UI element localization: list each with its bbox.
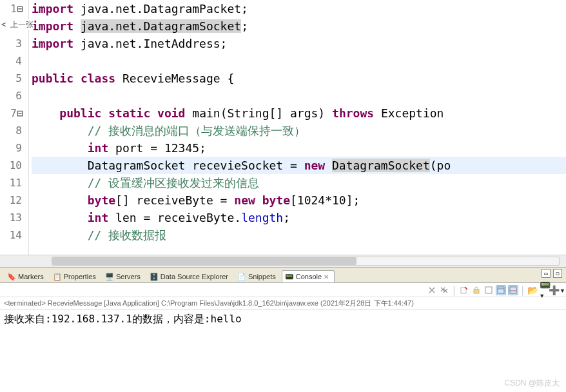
scroll-thumb[interactable] [52, 257, 356, 265]
svg-rect-3 [498, 287, 504, 293]
pin-console-icon[interactable] [483, 285, 494, 295]
keyword: class [81, 72, 115, 85]
tab-snippets[interactable]: 📄Snippets [234, 270, 282, 282]
remove-all-icon[interactable] [439, 285, 449, 295]
keyword: new [304, 159, 326, 172]
console-text: :hello [204, 313, 242, 325]
snippets-icon: 📄 [237, 272, 246, 281]
field: length [241, 211, 283, 224]
code-text: RecevieMessage { [115, 72, 234, 85]
console-process-info: <terminated> RecevieMessage [Java Applic… [0, 297, 566, 309]
tab-label: Console [296, 273, 322, 280]
views-tab-bar: 🔖Markers 📋Properties 🖥️Servers 🗄️Data So… [0, 268, 566, 283]
selection: java.net.DatagramSocket [81, 19, 241, 33]
tab-properties[interactable]: 📋Properties [50, 270, 102, 282]
code-text: len = receiveByte. [108, 211, 241, 224]
code-content[interactable]: import java.net.DatagramPacket; import j… [29, 0, 566, 255]
bottom-panel: 🔖Markers 📋Properties 🖥️Servers 🗄️Data So… [0, 267, 566, 391]
keyword: public [59, 106, 101, 120]
tab-label: Snippets [248, 273, 276, 280]
dse-icon: 🗄️ [150, 272, 159, 281]
keyword: int [88, 141, 109, 155]
svg-rect-2 [485, 287, 492, 293]
console-text: :192.168.137.1 [45, 313, 132, 325]
code-editor[interactable]: < 上一张 1⊟ 2 3 4 5 6 7⊟ 8 9 10 11 12 13 14… [0, 0, 566, 255]
svg-rect-0 [461, 288, 466, 293]
code-text: main(String[] args) [185, 106, 332, 120]
keyword: import [32, 37, 73, 50]
panel-controls: ▭ ◻ [542, 269, 562, 278]
keyword: throws [332, 106, 374, 120]
open-console-icon[interactable]: 📂 [527, 285, 538, 295]
svg-rect-1 [474, 289, 479, 293]
code-text: DatagramSocket recevieSocket = [88, 159, 304, 172]
code-text: port = 12345; [108, 141, 206, 155]
keyword: int [88, 211, 109, 224]
code-text: (po [430, 159, 451, 172]
code-text [73, 19, 81, 33]
watermark: CSDN @陈皮太 [504, 378, 560, 389]
code-text [255, 193, 262, 207]
code-text: Exception [374, 106, 444, 120]
new-console-icon[interactable]: ➕▾ [552, 285, 562, 295]
code-text: ; [283, 211, 290, 224]
code-text: java.net.DatagramPacket; [73, 2, 248, 15]
selection: DatagramSocket [332, 159, 430, 172]
code-text: java.net.InetAddress; [73, 37, 227, 50]
code-text: [] receiveByte = [115, 193, 234, 207]
keyword: byte [88, 193, 115, 207]
code-text: ; [241, 19, 248, 33]
console-text: 接收来自 [4, 313, 45, 325]
console-icon: 📟 [285, 272, 294, 281]
console-output[interactable]: 接收来自:192.168.137.1的数据，内容是:hello [0, 309, 566, 391]
keyword: byte [262, 193, 290, 207]
horizontal-scrollbar[interactable] [0, 255, 566, 267]
scroll-lock-icon[interactable] [471, 285, 482, 295]
minimize-icon[interactable]: ▭ [542, 269, 551, 278]
tab-label: Properties [64, 273, 96, 280]
keyword: import [32, 2, 73, 15]
keyword: void [157, 106, 185, 120]
properties-icon: 📋 [53, 272, 62, 281]
keyword: new [234, 193, 255, 207]
clear-console-icon[interactable] [459, 285, 469, 295]
svg-rect-5 [510, 287, 516, 293]
close-tab-icon[interactable]: ✕ [324, 273, 329, 280]
comment: // 设置缓冲区接收发过来的信息 [88, 176, 260, 190]
tab-markers[interactable]: 🔖Markers [4, 270, 50, 282]
console-toolbar: | | 📂 📟▾ ➕▾ [0, 283, 566, 297]
markers-icon: 🔖 [7, 272, 16, 281]
terminate-icon[interactable] [427, 285, 437, 295]
tab-label: Servers [116, 273, 141, 280]
comment: // 接收消息的端口（与发送端保持一致） [88, 124, 306, 137]
tab-servers[interactable]: 🖥️Servers [102, 270, 146, 282]
tab-label: Markers [18, 273, 44, 280]
maximize-icon[interactable]: ◻ [553, 269, 562, 278]
servers-icon: 🖥️ [105, 272, 114, 281]
tab-console[interactable]: 📟Console ✕ [282, 270, 335, 282]
show-stdout-icon[interactable] [496, 285, 506, 295]
scroll-track[interactable] [52, 257, 560, 266]
show-stderr-icon[interactable] [508, 285, 518, 295]
prev-image-button[interactable]: < 上一张 [1, 19, 34, 30]
console-text: 的数据，内容是 [132, 313, 204, 325]
keyword: import [32, 19, 73, 33]
code-text: [1024*10]; [290, 193, 360, 207]
keyword: public [32, 72, 73, 85]
code-text [325, 159, 332, 172]
keyword: static [108, 106, 150, 120]
tab-label: Data Source Explorer [161, 273, 228, 280]
line-gutter: 1⊟ 2 3 4 5 6 7⊟ 8 9 10 11 12 13 14 [0, 0, 29, 255]
comment: // 接收数据报 [88, 228, 167, 242]
tab-data-source-explorer[interactable]: 🗄️Data Source Explorer [146, 270, 234, 282]
